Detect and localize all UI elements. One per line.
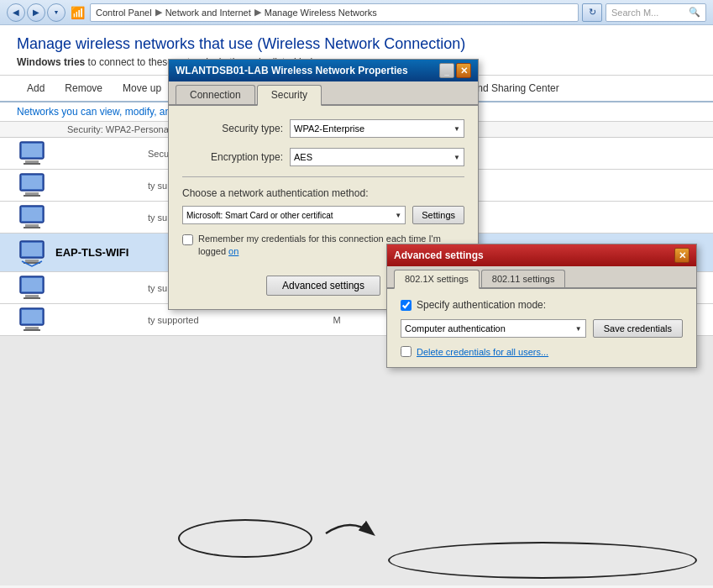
encryption-type-row: Encryption type: AES ▼ — [182, 148, 464, 166]
address-part-2: Network and Internet — [165, 8, 251, 18]
svg-rect-11 — [24, 227, 40, 228]
network-name-selected: EAP-TLS-WIFI — [55, 246, 165, 259]
advanced-dialog-title: Advanced settings — [394, 249, 484, 261]
auth-mode-select[interactable]: Computer authentication ▼ — [401, 319, 586, 338]
svg-rect-13 — [22, 243, 42, 256]
auth-settings-button[interactable]: Settings — [412, 206, 464, 224]
security-type-label: Security type: — [182, 123, 283, 134]
address-sep-2: ▶ — [254, 7, 261, 18]
recent-pages-button[interactable]: ▼ — [47, 3, 66, 22]
auth-mode-row: Computer authentication ▼ Save credentia… — [401, 319, 683, 338]
tab-connection[interactable]: Connection — [176, 85, 255, 104]
toolbar-remove[interactable]: Remove — [55, 79, 113, 97]
toolbar-add[interactable]: Add — [17, 79, 55, 97]
tab-security[interactable]: Security — [257, 85, 322, 106]
encryption-type-value: AES — [294, 152, 312, 162]
svg-rect-7 — [24, 195, 40, 197]
title-bar: ◀ ▶ ▼ 📶 Control Panel ▶ Network and Inte… — [0, 0, 713, 25]
network-icon — [17, 273, 47, 303]
auth-mode-dropdown-icon: ▼ — [575, 325, 582, 333]
address-part-3: Manage Wireless Networks — [265, 8, 377, 18]
back-button[interactable]: ◀ — [7, 3, 25, 22]
address-sep-1: ▶ — [155, 7, 162, 18]
encryption-type-dropdown-icon: ▼ — [453, 154, 460, 161]
wireless-minimize-button[interactable]: _ — [439, 63, 454, 78]
encryption-type-label: Encryption type: — [182, 151, 283, 163]
wireless-dialog-tabs: Connection Security — [169, 81, 478, 106]
svg-rect-14 — [25, 260, 39, 262]
svg-rect-1 — [22, 144, 42, 157]
search-icon: 🔍 — [689, 7, 700, 18]
address-part-1: Control Panel — [96, 8, 152, 18]
svg-rect-5 — [22, 176, 42, 189]
advanced-settings-dialog: Advanced settings ✕ 802.1X settings 802.… — [386, 244, 697, 368]
svg-rect-21 — [22, 310, 42, 323]
specify-auth-checkbox[interactable] — [401, 300, 412, 311]
refresh-button[interactable]: ↻ — [582, 3, 602, 22]
network-icon — [17, 171, 47, 201]
network-icon — [17, 305, 47, 335]
svg-rect-9 — [22, 207, 42, 221]
adv-tab-8021x[interactable]: 802.1X settings — [394, 270, 480, 289]
search-bar[interactable]: Search M... 🔍 — [606, 3, 706, 22]
specify-auth-label: Specify authentication mode: — [417, 299, 546, 311]
svg-rect-19 — [24, 297, 40, 299]
delete-credentials-link[interactable]: Delete credentials for all users... — [417, 347, 548, 357]
encryption-type-select[interactable]: AES ▼ — [290, 148, 464, 166]
network-icon — [17, 238, 47, 268]
main-area: Manage wireless networks that use (Wirel… — [0, 25, 713, 588]
remember-credentials-checkbox[interactable] — [182, 234, 193, 245]
auth-method-select[interactable]: Microsoft: Smart Card or other certifica… — [182, 206, 406, 224]
adv-tab-80211[interactable]: 802.11 settings — [481, 270, 566, 287]
svg-rect-23 — [24, 329, 40, 331]
auth-method-label: Choose a network authentication method: — [182, 187, 464, 199]
signal-icon: 📶 — [71, 6, 85, 19]
auth-mode-value: Computer authentication — [405, 323, 506, 333]
nav-buttons: ◀ ▶ ▼ — [7, 3, 66, 22]
network-auto-6: M — [333, 315, 341, 325]
list-col-security: Security: WPA2-Personal — [67, 124, 170, 134]
security-type-value: WPA2-Enterprise — [294, 123, 364, 134]
auth-method-row: Microsoft: Smart Card or other certifica… — [182, 206, 464, 224]
remember-link[interactable]: on — [228, 246, 239, 256]
delete-credentials-row: Delete credentials for all users... — [401, 346, 683, 357]
auth-method-value: Microsoft: Smart Card or other certifica… — [186, 211, 333, 220]
advanced-settings-button[interactable]: Advanced settings — [266, 276, 380, 296]
wireless-close-button[interactable]: ✕ — [456, 63, 471, 78]
network-type-6: ty supported — [148, 315, 199, 325]
auth-method-dropdown-icon: ▼ — [395, 212, 401, 219]
network-icon — [17, 202, 47, 233]
wireless-dialog-titlebar: WLANTDSB01-LAB Wireless Network Properti… — [169, 60, 478, 81]
wireless-dialog-title: WLANTDSB01-LAB Wireless Network Properti… — [176, 65, 408, 76]
security-type-row: Security type: WPA2-Enterprise ▼ — [182, 119, 464, 138]
address-bar[interactable]: Control Panel ▶ Network and Internet ▶ M… — [90, 3, 579, 22]
svg-rect-6 — [25, 192, 39, 195]
search-placeholder: Search M... — [611, 8, 658, 18]
forward-button[interactable]: ▶ — [27, 3, 45, 22]
advanced-close-button[interactable]: ✕ — [674, 248, 689, 263]
network-icon — [17, 139, 47, 169]
svg-rect-2 — [25, 160, 39, 163]
toolbar-move-up[interactable]: Move up — [113, 79, 171, 97]
advanced-dialog-titlebar: Advanced settings ✕ — [387, 244, 696, 266]
page-title: Manage wireless networks that use (Wirel… — [17, 35, 696, 53]
security-type-dropdown-icon: ▼ — [453, 125, 460, 133]
svg-rect-22 — [25, 327, 39, 329]
advanced-dialog-tabs: 802.1X settings 802.11 settings — [387, 266, 696, 289]
svg-rect-3 — [24, 163, 40, 165]
save-credentials-button[interactable]: Save credentials — [593, 319, 683, 338]
specify-auth-row: Specify authentication mode: — [401, 299, 683, 311]
form-divider — [182, 176, 464, 177]
security-type-select[interactable]: WPA2-Enterprise ▼ — [290, 119, 464, 138]
advanced-dialog-content: Specify authentication mode: Computer au… — [387, 289, 696, 367]
svg-rect-17 — [22, 278, 42, 291]
svg-rect-10 — [25, 224, 39, 227]
svg-rect-18 — [25, 295, 39, 297]
subtitle-bold: Windows tries — [17, 56, 85, 68]
delete-credentials-checkbox[interactable] — [401, 346, 412, 357]
